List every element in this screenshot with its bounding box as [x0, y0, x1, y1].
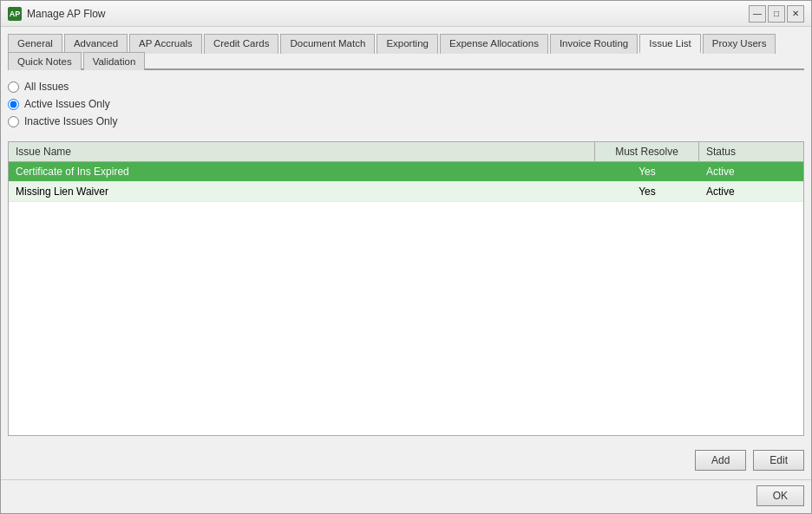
app-icon: AP: [8, 7, 22, 21]
tab-general[interactable]: General: [8, 34, 62, 54]
tab-quick-notes[interactable]: Quick Notes: [8, 52, 82, 70]
maximize-button[interactable]: □: [768, 5, 785, 23]
cell-status-2: Active: [699, 182, 803, 201]
radio-inactive-issues-label: Inactive Issues Only: [24, 115, 117, 127]
tab-invoice-routing[interactable]: Invoice Routing: [550, 34, 638, 54]
tab-exporting[interactable]: Exporting: [377, 34, 438, 54]
cell-status-1: Active: [699, 162, 803, 181]
edit-button[interactable]: Edit: [753, 450, 804, 471]
cell-issue-name-2: Missing Lien Waiver: [9, 182, 595, 201]
radio-active-issues-input[interactable]: [8, 99, 19, 110]
filter-radio-group: All Issues Active Issues Only Inactive I…: [8, 77, 804, 131]
tab-document-match[interactable]: Document Match: [280, 34, 375, 54]
tab-expense-allocations[interactable]: Expense Allocations: [440, 34, 548, 54]
tab-advanced[interactable]: Advanced: [64, 34, 128, 54]
table-header: Issue Name Must Resolve Status: [9, 142, 803, 162]
table-row[interactable]: Missing Lien Waiver Yes Active: [9, 182, 803, 202]
tab-credit-cards[interactable]: Credit Cards: [204, 34, 279, 54]
main-window: AP Manage AP Flow — □ ✕ General Advanced…: [0, 0, 812, 514]
window-controls: — □ ✕: [749, 5, 804, 23]
radio-all-issues[interactable]: All Issues: [8, 81, 804, 93]
radio-all-issues-input[interactable]: [8, 81, 19, 93]
cell-must-resolve-1: Yes: [595, 162, 699, 181]
radio-active-issues-label: Active Issues Only: [24, 98, 110, 110]
table-body: Certificate of Ins Expired Yes Active Mi…: [9, 162, 803, 435]
cell-must-resolve-2: Yes: [595, 182, 699, 201]
issues-table: Issue Name Must Resolve Status Certifica…: [8, 141, 804, 436]
tab-issue-list[interactable]: Issue List: [639, 34, 701, 54]
col-header-issue-name: Issue Name: [9, 142, 595, 161]
close-button[interactable]: ✕: [787, 5, 804, 23]
table-action-buttons: Add Edit: [8, 445, 804, 472]
footer-bar: OK: [1, 479, 811, 513]
col-header-status: Status: [699, 142, 803, 161]
content-area: General Advanced AP Accruals Credit Card…: [1, 27, 811, 479]
add-button[interactable]: Add: [695, 450, 746, 471]
ok-button[interactable]: OK: [756, 485, 804, 506]
tab-proxy-users[interactable]: Proxy Users: [703, 34, 776, 54]
window-title: Manage AP Flow: [27, 8, 749, 20]
radio-all-issues-label: All Issues: [24, 81, 69, 93]
radio-inactive-issues-input[interactable]: [8, 116, 19, 127]
tab-validation[interactable]: Validation: [83, 52, 146, 70]
cell-issue-name-1: Certificate of Ins Expired: [9, 162, 595, 181]
minimize-button[interactable]: —: [749, 5, 766, 23]
tab-ap-accruals[interactable]: AP Accruals: [129, 34, 202, 54]
radio-active-issues[interactable]: Active Issues Only: [8, 98, 804, 110]
table-row[interactable]: Certificate of Ins Expired Yes Active: [9, 162, 803, 182]
tab-content-issue-list: All Issues Active Issues Only Inactive I…: [8, 77, 804, 472]
tab-bar: General Advanced AP Accruals Credit Card…: [8, 34, 804, 70]
title-bar: AP Manage AP Flow — □ ✕: [1, 1, 811, 27]
col-header-must-resolve: Must Resolve: [595, 142, 699, 161]
radio-inactive-issues[interactable]: Inactive Issues Only: [8, 115, 804, 127]
